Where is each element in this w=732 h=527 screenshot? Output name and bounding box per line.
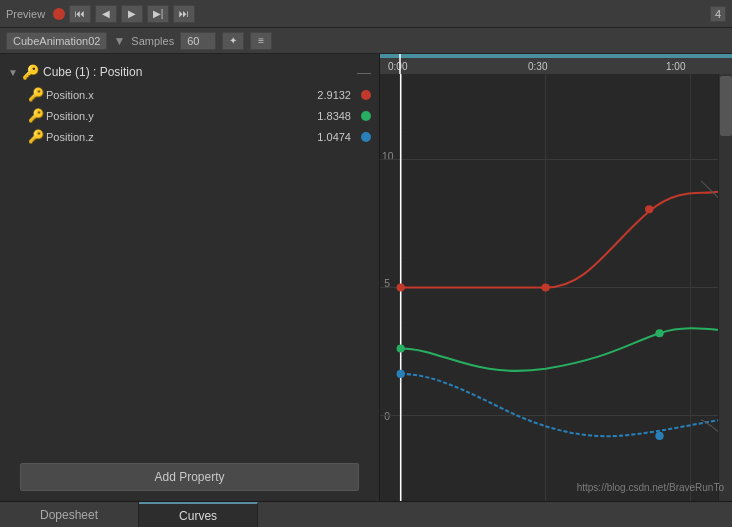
key-y-icon: 🔑 — [28, 108, 42, 123]
top-toolbar: Preview ⏮ ◀ ▶ ▶| ⏭ 4 — [0, 0, 732, 28]
add-keyframe-button[interactable]: ✦ — [222, 32, 244, 50]
watermark: https://blog.csdn.net/BraveRunTo — [577, 482, 724, 493]
preview-label: Preview — [6, 8, 45, 20]
time-marker-60: 1:00 — [666, 61, 686, 72]
position-y-row[interactable]: 🔑 Position.y 1.8348 — [0, 105, 379, 126]
left-panel: ▼ 🔑 Cube (1) : Position — 🔑 Position.x 2… — [0, 54, 380, 501]
property-tree: ▼ 🔑 Cube (1) : Position — 🔑 Position.x 2… — [0, 54, 379, 455]
cube-header[interactable]: ▼ 🔑 Cube (1) : Position — — [0, 60, 379, 84]
svg-point-16 — [645, 205, 653, 213]
position-z-value: 1.0474 — [291, 131, 351, 143]
second-toolbar: CubeAnimation02 ▼ Samples 60 ✦ ≡ — [0, 28, 732, 54]
svg-point-14 — [397, 283, 405, 291]
curve-area[interactable]: 10 5 0 — [380, 74, 732, 501]
main-area: ▼ 🔑 Cube (1) : Position — 🔑 Position.x 2… — [0, 54, 732, 501]
svg-point-15 — [542, 283, 550, 291]
svg-point-17 — [397, 344, 405, 352]
scrollbar-thumb[interactable] — [720, 76, 732, 136]
svg-point-19 — [397, 370, 405, 378]
position-z-row[interactable]: 🔑 Position.z 1.0474 — [0, 126, 379, 147]
key-z-icon: 🔑 — [28, 129, 42, 144]
bottom-tabs: Dopesheet Curves — [0, 501, 732, 527]
frame-count: 4 — [710, 6, 726, 22]
samples-label: Samples — [131, 35, 174, 47]
svg-text:10: 10 — [382, 151, 394, 162]
position-z-color-dot — [361, 132, 371, 142]
cube-title: Cube (1) : Position — [43, 65, 142, 79]
position-x-value: 2.9132 — [291, 89, 351, 101]
position-y-color-dot — [361, 111, 371, 121]
svg-text:0: 0 — [384, 411, 390, 422]
tab-dopesheet[interactable]: Dopesheet — [0, 502, 139, 527]
position-x-color-dot — [361, 90, 371, 100]
next-frame-button[interactable]: ▶| — [147, 5, 169, 23]
time-marker-0: 0:00 — [388, 61, 408, 72]
curve-canvas: 10 5 0 — [380, 74, 732, 501]
right-scrollbar[interactable] — [718, 74, 732, 501]
svg-point-18 — [655, 329, 663, 337]
animation-name[interactable]: CubeAnimation02 — [6, 32, 107, 50]
play-button[interactable]: ▶ — [121, 5, 143, 23]
add-property-button[interactable]: Add Property — [20, 463, 359, 491]
time-marker-30: 0:30 — [528, 61, 548, 72]
position-z-label: Position.z — [46, 131, 287, 143]
settings-button[interactable]: ≡ — [250, 32, 272, 50]
position-x-label: Position.x — [46, 89, 287, 101]
position-x-row[interactable]: 🔑 Position.x 2.9132 — [0, 84, 379, 105]
samples-value[interactable]: 60 — [180, 32, 216, 50]
timeline-header: 0:00 0:30 1:00 — [380, 54, 732, 74]
position-y-value: 1.8348 — [291, 110, 351, 122]
skip-to-start-button[interactable]: ⏮ — [69, 5, 91, 23]
key-x-icon: 🔑 — [28, 87, 42, 102]
key-icon: 🔑 — [22, 64, 39, 80]
record-button[interactable] — [53, 8, 65, 20]
cube-dots-icon: — — [357, 64, 371, 80]
svg-rect-1 — [380, 54, 732, 58]
tab-curves[interactable]: Curves — [139, 502, 258, 527]
expand-arrow-icon: ▼ — [8, 67, 18, 78]
svg-point-20 — [655, 432, 663, 440]
prev-frame-button[interactable]: ◀ — [95, 5, 117, 23]
right-panel: 0:00 0:30 1:00 10 5 0 — [380, 54, 732, 501]
skip-to-end-button[interactable]: ⏭ — [173, 5, 195, 23]
position-y-label: Position.y — [46, 110, 287, 122]
